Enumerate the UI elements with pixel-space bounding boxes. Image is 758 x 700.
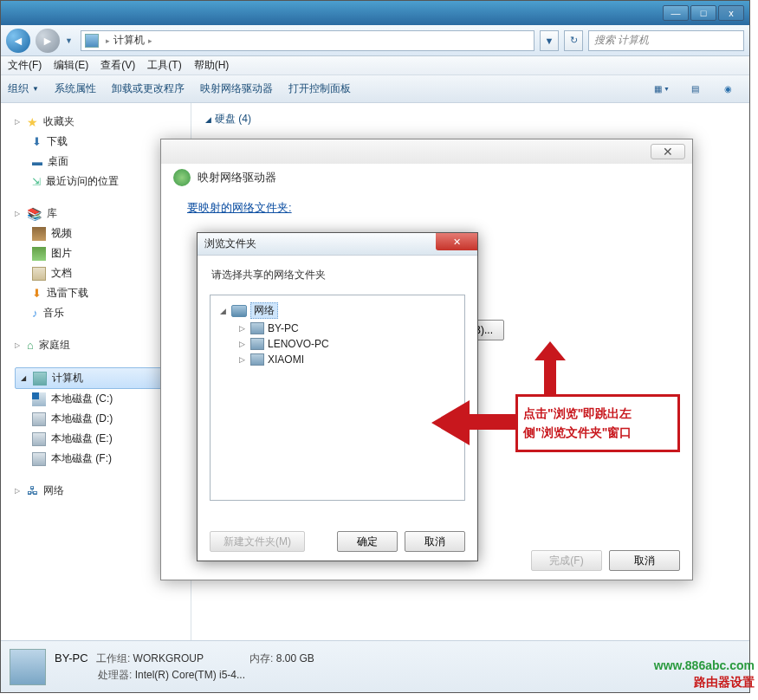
browse-dialog-title: 浏览文件夹 (204, 237, 256, 251)
tree-node-bypc[interactable]: ▷BY-PC (233, 321, 461, 336)
details-mem-value: 8.00 GB (276, 652, 314, 664)
dialog-close-button[interactable]: ✕ (651, 144, 685, 159)
titlebar: — □ x (1, 1, 749, 25)
map-drive-icon (173, 169, 191, 186)
ok-button[interactable]: 确定 (337, 531, 398, 552)
pc-icon (250, 322, 264, 334)
details-name: BY-PC (55, 651, 88, 664)
menu-file[interactable]: 文件(F) (8, 58, 42, 73)
dialog-heading: 要映射的网络文件夹: (187, 200, 292, 216)
maximize-button[interactable]: □ (690, 5, 716, 21)
browse-dialog-message: 请选择共享的网络文件夹 (198, 256, 477, 289)
address-dropdown-button[interactable]: ▼ (540, 30, 559, 51)
browse-dialog-close-button[interactable]: ✕ (436, 233, 477, 250)
view-options-button[interactable]: ▦ ▼ (647, 80, 677, 99)
breadcrumb-sep-icon: ▸ (148, 36, 152, 45)
folder-tree[interactable]: ◢网络 ▷BY-PC ▷LENOVO-PC ▷XIAOMI (210, 295, 465, 501)
tree-node-xiaomi[interactable]: ▷XIAOMI (233, 352, 461, 367)
details-workgroup-value: WORKGROUP (133, 652, 204, 664)
tree-node-lenovo[interactable]: ▷LENOVO-PC (233, 336, 461, 352)
sidebar-computer[interactable]: ◢计算机 (15, 367, 182, 389)
menu-view[interactable]: 查看(V) (100, 58, 135, 73)
section-header[interactable]: ◢硬盘 (4) (205, 112, 735, 126)
cancel-button[interactable]: 取消 (609, 550, 680, 571)
new-folder-button: 新建文件夹(M) (210, 531, 305, 552)
details-pane: BY-PC 工作组: WORKGROUP 内存: 8.00 GB 处理器: In… (1, 640, 749, 692)
menu-tools[interactable]: 工具(T) (147, 58, 181, 73)
help-button[interactable]: ◉ (713, 80, 742, 99)
toolbar: 组织 ▼ 系统属性 卸载或更改程序 映射网络驱动器 打开控制面板 ▦ ▼ ▤ ◉ (1, 75, 749, 103)
menu-edit[interactable]: 编辑(E) (54, 58, 88, 73)
breadcrumb-sep-icon: ▸ (106, 36, 110, 45)
browse-folder-dialog: 浏览文件夹 ✕ 请选择共享的网络文件夹 ◢网络 ▷BY-PC ▷LENOVO-P… (197, 232, 478, 561)
address-bar[interactable]: ▸ 计算机 ▸ (81, 30, 534, 51)
tree-root-network[interactable]: ◢网络 (214, 301, 461, 321)
annotation-arrow-up-icon (544, 357, 556, 395)
browse-cancel-button[interactable]: 取消 (405, 531, 465, 552)
search-input[interactable]: 搜索 计算机 (588, 30, 744, 51)
menu-bar: 文件(F) 编辑(E) 查看(V) 工具(T) 帮助(H) (1, 56, 749, 75)
watermark: www.886abc.com 路由器设置 (654, 658, 755, 691)
annotation-arrow-left-icon (431, 400, 470, 445)
pc-icon (250, 338, 264, 350)
nav-history-dropdown[interactable]: ▼ (65, 36, 75, 45)
breadcrumb-root[interactable]: 计算机 (113, 33, 145, 48)
sidebar-favorites[interactable]: ▷★收藏夹 (13, 112, 191, 132)
menu-help[interactable]: 帮助(H) (194, 58, 230, 73)
toolbar-system-props[interactable]: 系统属性 (55, 81, 96, 96)
nav-back-button[interactable]: ◄ (6, 29, 30, 53)
details-cpu-label: 处理器: (98, 669, 132, 681)
details-mem-label: 内存: (249, 652, 273, 664)
details-workgroup-label: 工作组: (96, 652, 130, 664)
finish-button: 完成(F) (531, 550, 602, 571)
annotation-text: 点击"浏览"即跳出左 侧"浏览文件夹"窗口 (515, 394, 680, 452)
toolbar-control-panel[interactable]: 打开控制面板 (288, 81, 351, 96)
minimize-button[interactable]: — (663, 5, 689, 21)
toolbar-map-drive[interactable]: 映射网络驱动器 (200, 81, 273, 96)
details-cpu-value: Intel(R) Core(TM) i5-4... (135, 669, 245, 681)
nav-bar: ◄ ► ▼ ▸ 计算机 ▸ ▼ ↻ 搜索 计算机 (1, 25, 749, 56)
toolbar-uninstall[interactable]: 卸载或更改程序 (112, 81, 185, 96)
network-icon (231, 305, 247, 317)
nav-forward-button[interactable]: ► (36, 29, 60, 53)
preview-pane-button[interactable]: ▤ (680, 80, 709, 99)
dialog-title: 映射网络驱动器 (198, 170, 276, 185)
toolbar-organize[interactable]: 组织 ▼ (8, 81, 39, 96)
close-button[interactable]: x (718, 5, 744, 21)
annotation-arrow-left-icon (468, 414, 518, 430)
computer-thumbnail-icon (10, 649, 46, 685)
pc-icon (250, 353, 264, 366)
refresh-button[interactable]: ↻ (564, 30, 583, 51)
computer-icon (85, 34, 99, 48)
